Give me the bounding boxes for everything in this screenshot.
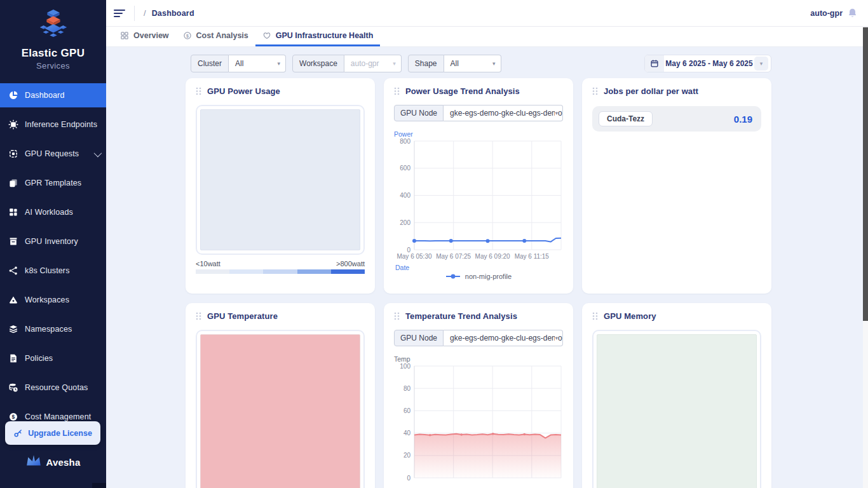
- sidebar-item-label: GPU Requests: [25, 149, 79, 158]
- card-title: GPU Memory: [604, 311, 656, 321]
- upgrade-license-button[interactable]: Upgrade License: [5, 421, 100, 445]
- gpu-node-label: GPU Node: [394, 105, 444, 121]
- chart-legend: non-mig-profile: [394, 273, 563, 280]
- svg-text:May 6 07:25: May 6 07:25: [436, 253, 471, 260]
- gpu-node-label: GPU Node: [394, 330, 444, 346]
- topbar: / Dashboard auto-gpr: [106, 0, 868, 27]
- sidebar-item-gpr-templates[interactable]: GPR Templates: [0, 171, 106, 195]
- chip-endpoints-icon: [8, 119, 18, 130]
- gpu-node-select[interactable]: gke-egs-demo-gke-clu-egs-demo-▾: [444, 105, 563, 121]
- svg-text:May 6 05:30: May 6 05:30: [397, 253, 431, 260]
- date-range-picker[interactable]: May 6 2025 - May 6 2025 ▾: [644, 55, 771, 72]
- notifications-bell-icon[interactable]: [847, 8, 858, 18]
- shape-filter: Shape All▾: [408, 55, 501, 72]
- sidebar-item-label: Cost Management: [25, 412, 91, 421]
- job-node-chip: Cuda-Tezz: [599, 111, 653, 126]
- sidebar: Elastic GPU Services DashboardInference …: [0, 0, 106, 488]
- svg-text:80: 80: [403, 385, 411, 392]
- sidebar-item-workspaces[interactable]: Workspaces: [0, 288, 106, 312]
- sidebar-item-dashboard[interactable]: Dashboard: [0, 83, 106, 107]
- memory-heatmap-frame: [592, 330, 761, 488]
- tab-label: GPU Infrastructure Health: [276, 31, 374, 40]
- sidebar-item-k8s-clusters[interactable]: k8s Clusters: [0, 259, 106, 283]
- svg-text:$: $: [186, 34, 189, 39]
- svg-text:0: 0: [407, 475, 410, 482]
- filter-row: Cluster All▾ Workspace auto-gpr▾ Shape A…: [191, 55, 771, 72]
- workspace-filter: Workspace auto-gpr▾: [292, 55, 402, 72]
- power-gradient-scale: [196, 269, 365, 274]
- elastic-gpu-logo-icon: [34, 34, 73, 45]
- drag-handle-icon[interactable]: [196, 312, 201, 320]
- scrollbar-thumb[interactable]: [863, 27, 868, 321]
- grid-icon: [120, 31, 129, 40]
- sidebar-item-inference-endpoints[interactable]: Inference Endpoints: [0, 112, 106, 137]
- legend-series-label: non-mig-profile: [465, 273, 512, 280]
- sidebar-item-label: Inference Endpoints: [25, 120, 97, 129]
- gpu-memory-card: GPU Memory: [582, 303, 771, 488]
- card-title: GPU Temperature: [207, 311, 278, 321]
- coins-clock-icon: [8, 383, 18, 393]
- key-icon: [13, 428, 23, 438]
- shape-filter-select[interactable]: All▾: [444, 55, 501, 72]
- app-title: Elastic GPU: [0, 47, 106, 60]
- tab-label: Overview: [133, 31, 169, 40]
- upgrade-license-label: Upgrade License: [28, 429, 92, 438]
- sidebar-item-label: Resource Quotas: [25, 383, 88, 392]
- svg-text:60: 60: [403, 407, 411, 414]
- avesha-crown-icon: [25, 454, 42, 470]
- sidebar-scrollbar-corner[interactable]: [92, 483, 106, 488]
- drag-handle-icon[interactable]: [394, 312, 400, 320]
- power-heatmap-area: [200, 109, 360, 250]
- tab-gpu-infrastructure-health[interactable]: GPU Infrastructure Health: [255, 27, 381, 46]
- drag-handle-icon[interactable]: [592, 87, 598, 95]
- cards-grid: GPU Power Usage <10watt >800watt Power U…: [186, 78, 771, 488]
- cluster-filter-select[interactable]: All▾: [229, 55, 286, 72]
- dollar-gauge-icon: $: [8, 412, 18, 422]
- sidebar-item-gpu-requests[interactable]: GPU Requests: [0, 142, 106, 166]
- tray-minus-icon: [8, 236, 18, 247]
- power-heatmap-frame: [196, 105, 365, 255]
- calendar-icon: [645, 55, 664, 72]
- drag-handle-icon[interactable]: [592, 312, 598, 320]
- tab-overview[interactable]: Overview: [113, 27, 176, 46]
- main-content: Cluster All▾ Workspace auto-gpr▾ Shape A…: [106, 47, 863, 488]
- memory-heatmap-area: [597, 334, 757, 488]
- chevron-down-icon: ▾: [393, 60, 396, 67]
- sidebar-item-label: Workspaces: [25, 295, 69, 304]
- y-axis-title: Temp: [394, 355, 563, 363]
- cluster-filter-label: Cluster: [191, 55, 229, 72]
- triangle-badge-icon: [8, 295, 18, 305]
- chevron-down-icon: ▾: [277, 60, 280, 67]
- svg-text:800: 800: [400, 138, 410, 145]
- share-nodes-icon: [8, 266, 18, 276]
- gpu-temperature-card: GPU Temperature: [186, 303, 375, 488]
- workspace-filter-select[interactable]: auto-gpr▾: [344, 55, 402, 72]
- gpu-node-select[interactable]: gke-egs-demo-gke-clu-egs-demo-▾: [444, 330, 563, 346]
- chevron-down-icon: ▾: [492, 60, 496, 67]
- chevron-down-icon: ▾: [754, 57, 768, 71]
- card-title: Jobs per dollar per watt: [604, 86, 698, 96]
- drag-handle-icon[interactable]: [196, 87, 201, 95]
- chevron-down-icon: [94, 149, 102, 157]
- gpu-node-selector: GPU Node gke-egs-demo-gke-clu-egs-demo-▾: [394, 330, 563, 346]
- tab-label: Cost Analysis: [196, 31, 248, 40]
- power-trend-card: Power Usage Trend Analysis GPU Node gke-…: [384, 78, 573, 294]
- drag-handle-icon[interactable]: [394, 87, 400, 95]
- chevron-down-icon: ▾: [555, 335, 558, 341]
- svg-text:400: 400: [400, 192, 410, 199]
- sidebar-item-namespaces[interactable]: Namespaces: [0, 317, 106, 341]
- cluster-filter: Cluster All▾: [191, 55, 286, 72]
- jobs-per-dollar-card: Jobs per dollar per watt Cuda-Tezz 0.19: [582, 78, 771, 294]
- sidebar-item-resource-quotas[interactable]: Resource Quotas: [0, 376, 106, 400]
- menu-toggle-icon[interactable]: [114, 8, 125, 18]
- heart-icon: [262, 31, 271, 40]
- sidebar-item-policies[interactable]: Policies: [0, 346, 106, 370]
- sidebar-item-ai-workloads[interactable]: AI Workloads: [0, 200, 106, 224]
- page-scrollbar[interactable]: [863, 27, 868, 488]
- svg-text:600: 600: [400, 165, 410, 172]
- topbar-divider: [134, 6, 135, 21]
- tab-cost-analysis[interactable]: $Cost Analysis: [176, 27, 255, 46]
- sidebar-item-gpu-inventory[interactable]: GPU Inventory: [0, 229, 106, 254]
- blocks-icon: [8, 207, 18, 217]
- temperature-trend-chart: 020406080100: [394, 363, 563, 486]
